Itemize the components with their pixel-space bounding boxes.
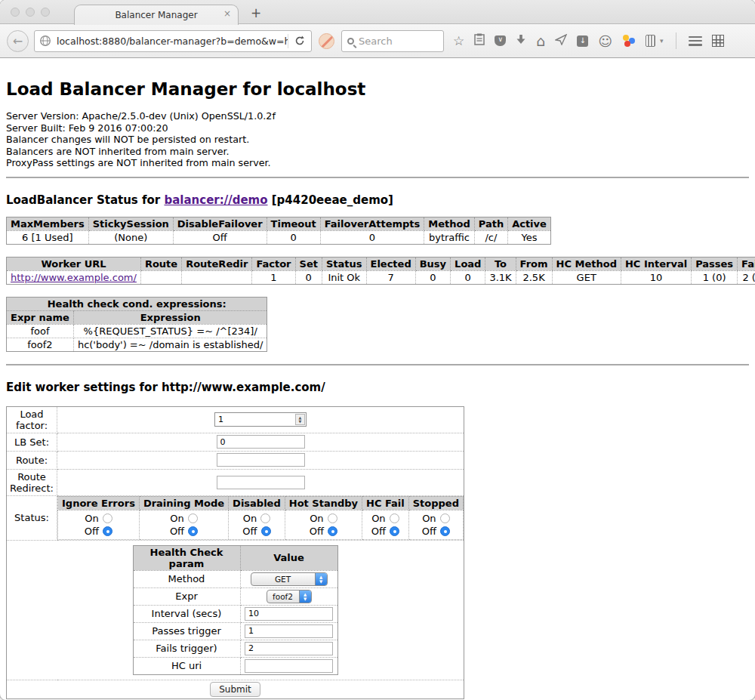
hc-uri-label: HC uri — [133, 657, 240, 674]
extension-dots-icon[interactable] — [622, 35, 636, 47]
worker-url-link[interactable]: http://www.example.com/ — [11, 272, 137, 283]
col-header: FailoverAttempts — [320, 217, 424, 230]
radio-on-label: On — [422, 513, 436, 524]
cell-busy: 0 — [415, 270, 450, 284]
table-row: Expr foof2 ▲▼ — [133, 587, 337, 605]
url-input[interactable]: localhost:8880/balancer-manager?b=demo&w… — [51, 35, 288, 47]
cell-status: Init Ok — [322, 270, 366, 284]
hc-fail-on-radio[interactable] — [390, 513, 399, 523]
pocket-icon[interactable]: ∨ — [495, 35, 506, 46]
draining-mode-on-radio[interactable] — [188, 513, 198, 523]
home-icon[interactable]: ⌂ — [536, 35, 545, 48]
route-input[interactable] — [217, 453, 305, 467]
fails-input[interactable] — [245, 642, 333, 655]
search-icon — [347, 38, 354, 45]
route-redirect-input[interactable] — [217, 476, 305, 489]
col-header: Expression — [73, 310, 267, 324]
lb-set-input[interactable] — [217, 435, 305, 449]
cell-disablefailover: Off — [173, 230, 267, 244]
hot-standby-on-radio[interactable] — [328, 513, 337, 523]
bookmark-star-icon[interactable]: ☆ — [453, 35, 464, 48]
tab-close-icon[interactable]: × — [223, 9, 231, 18]
balancer-demo-link[interactable]: balancer://demo — [164, 193, 267, 207]
hot-standby-off-radio[interactable] — [328, 526, 337, 536]
send-icon[interactable] — [555, 34, 567, 48]
col-header: Path — [474, 217, 507, 230]
search-bar[interactable]: Search — [341, 30, 444, 52]
col-header: HC Fail — [362, 496, 409, 510]
interval-input[interactable] — [245, 607, 333, 621]
hc-uri-input[interactable] — [245, 659, 333, 673]
minimize-window-button[interactable] — [26, 8, 35, 17]
hc-fail-off-radio[interactable] — [390, 526, 399, 536]
form-row-route: Route: — [7, 451, 464, 469]
ignore-errors-on-radio[interactable] — [103, 513, 112, 523]
radio-on-label: On — [243, 513, 257, 524]
table-row: 6 [1 Used] (None) Off 0 0 bytraffic /c/ … — [7, 230, 551, 244]
cell-expression: %{REQUEST_STATUS} =~ /^[234]/ — [73, 324, 267, 338]
container-caret-icon[interactable]: ▾ — [660, 37, 664, 45]
new-tab-button[interactable]: + — [251, 5, 261, 20]
notice-balancers: Balancers are NOT inherited from main se… — [6, 146, 749, 158]
adblock-icon[interactable] — [319, 33, 334, 49]
radio-on-label: On — [310, 513, 323, 524]
col-header: Route — [140, 257, 181, 270]
table-row: Passes trigger — [133, 622, 337, 640]
edit-worker-form: Load factor: ▲▼ LB Set: Route: Route Red… — [6, 406, 464, 699]
stopped-on-radio[interactable] — [440, 513, 450, 523]
load-factor-input[interactable]: ▲▼ — [214, 412, 307, 427]
col-header: StickySession — [88, 217, 173, 230]
expr-table: Health check cond. expressions: Expr nam… — [6, 297, 267, 352]
number-stepper-icon[interactable]: ▲▼ — [295, 414, 305, 425]
cell-stickysession: (None) — [88, 230, 173, 244]
cell-fails: 2 (0) — [738, 270, 755, 284]
disabled-on-radio[interactable] — [260, 513, 270, 523]
col-header: DisableFailover — [173, 217, 267, 230]
browser-window: Balancer Manager × + ← localhost:8880/ba… — [0, 0, 755, 700]
radio-on-label: On — [371, 513, 385, 524]
menu-icon[interactable] — [689, 36, 702, 46]
table-header-row: MaxMembers StickySession DisableFailover… — [7, 217, 551, 230]
draining-mode-off-radio[interactable] — [188, 526, 198, 536]
cell-load: 0 — [451, 270, 485, 284]
url-bar[interactable]: localhost:8880/balancer-manager?b=demo&w… — [34, 30, 312, 52]
table-row: Fails trigger) — [133, 640, 337, 657]
container-icon[interactable] — [646, 35, 655, 47]
reload-icon — [294, 35, 305, 46]
ignore-errors-off-radio[interactable] — [103, 526, 112, 536]
reload-button[interactable] — [288, 35, 311, 46]
col-header: Draining Mode — [139, 496, 228, 510]
zoom-window-button[interactable] — [41, 8, 50, 17]
fails-label: Fails trigger) — [133, 640, 240, 657]
col-header: Worker URL — [7, 257, 141, 270]
table-row: http://www.example.com/ 1 0 Init Ok 7 0 … — [7, 270, 755, 284]
stopped-off-radio[interactable] — [440, 526, 450, 536]
load-factor-field[interactable] — [215, 415, 295, 424]
save-to-device-icon[interactable]: ↓ — [577, 35, 588, 47]
cell-from: 2.5K — [516, 270, 552, 284]
notice-proxypass: ProxyPass settings are NOT inherited fro… — [6, 157, 749, 169]
radio-off-label: Off — [170, 526, 184, 537]
cell-method: bytraffic — [424, 230, 474, 244]
col-header: Timeout — [267, 217, 320, 230]
chat-icon[interactable]: ☺ — [598, 35, 612, 48]
search-input[interactable]: Search — [359, 35, 393, 47]
back-button[interactable]: ← — [7, 30, 29, 52]
disabled-off-radio[interactable] — [261, 526, 271, 536]
table-header-row: Ignore Errors Draining Mode Disabled Hot… — [58, 496, 464, 510]
table-row: foof %{REQUEST_STATUS} =~ /^[234]/ — [7, 324, 267, 338]
cell-maxmembers: 6 [1 Used] — [7, 230, 89, 244]
clipboard-icon[interactable] — [474, 33, 485, 48]
col-header: Expr name — [7, 310, 74, 324]
close-window-button[interactable] — [11, 8, 20, 17]
form-row-status: Status: Ignore Errors Draining Mode Disa… — [7, 495, 464, 540]
grid-icon[interactable] — [712, 35, 724, 47]
downloads-icon[interactable] — [516, 34, 526, 48]
radio-on-label: On — [170, 513, 183, 524]
passes-input[interactable] — [245, 624, 333, 638]
tab-balancer-manager[interactable]: Balancer Manager × — [74, 5, 239, 25]
expr-select[interactable]: foof2 ▲▼ — [267, 590, 312, 603]
method-select[interactable]: GET ▲▼ — [251, 572, 328, 586]
table-row: foof2 hc('body') =~ /domain is establish… — [7, 338, 267, 351]
submit-button[interactable]: Submit — [210, 682, 260, 697]
